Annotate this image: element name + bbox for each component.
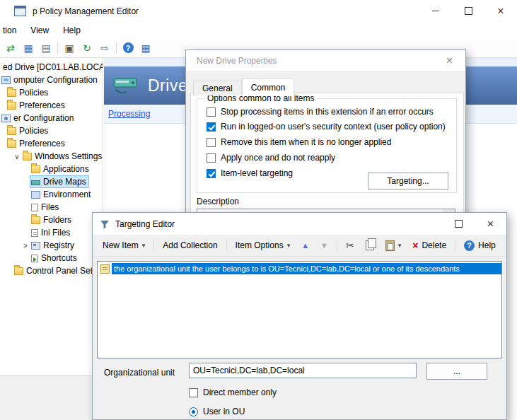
checkbox-checked-icon[interactable] [207,122,216,132]
option-label: Item-level targeting [221,168,293,178]
tab-general[interactable]: General [193,81,242,95]
print-icon[interactable]: ▣ [63,42,76,54]
registry-icon [31,242,40,250]
tree-item-ini-files[interactable]: Ini Files [0,226,103,239]
delete-label: Delete [422,240,446,250]
ini-icon [31,229,38,237]
export-icon[interactable]: ⇨ [98,42,111,54]
tree-item-label: Preferences [19,100,65,110]
tree-item-applications[interactable]: Applications [0,163,103,175]
targeting-close-button[interactable]: × [475,213,506,235]
refresh-icon[interactable]: ↻ [81,42,93,54]
menu-view[interactable]: View [23,25,56,35]
tree-item-label: Windows Settings [35,151,102,161]
table-view-icon[interactable]: ▦ [139,42,152,54]
tree-item-content: Folders [30,214,74,226]
funnel-icon [100,219,110,229]
direct-member-only-option[interactable]: Direct member only [189,387,277,397]
tree-item-label: Registry [43,240,74,250]
checkbox-unchecked-icon[interactable] [207,138,216,147]
targeting-toolbar: New Item ▾ Add Collection Item Options ▾… [93,235,506,257]
tree-item-environment[interactable]: Environment [0,188,103,201]
tree-item-shortcuts[interactable]: Shortcuts [0,252,103,264]
tree-item-label: Environment [43,189,91,199]
close-button[interactable]: × [484,0,517,22]
toolbar-separator [337,240,337,251]
option-run-in-user-context[interactable]: Run in logged-on user's security context… [207,121,446,132]
expand-icon[interactable]: > [21,242,30,250]
processing-link[interactable]: Processing [108,109,150,119]
option-remove-when-not-applied[interactable]: Remove this item when it is no longer ap… [207,136,391,148]
tree-item-preferences[interactable]: Preferences [0,137,103,150]
common-tab-page: Options common to all items Stop process… [190,93,464,224]
organizational-unit-input[interactable] [189,363,417,378]
toolbar-separator [57,42,58,54]
help-button[interactable]: ? Help [461,238,499,253]
cut-button[interactable]: ✂ [343,238,357,253]
targeting-button[interactable]: Targeting... [368,173,448,189]
browse-button[interactable]: ... [426,363,487,380]
add-collection-button[interactable]: Add Collection [160,238,220,252]
help-icon[interactable]: ? [122,42,134,54]
targeting-item-ou[interactable]: the organizational unit the user belongs… [98,262,501,275]
menu-help[interactable]: Help [56,25,88,35]
folder-icon [23,153,32,161]
tree-item-omputer-configuration[interactable]: omputer Configuration [0,74,103,86]
tree-item-drive-maps[interactable]: Drive Maps [0,175,103,188]
files-icon [31,204,38,211]
tree-item-content: Files [30,201,62,214]
scissors-icon: ✂ [346,240,354,251]
user-in-ou-option[interactable]: User in OU [189,407,245,416]
tree-item-content: Preferences [6,99,68,112]
props-title-text: New Drive Properties [197,56,277,66]
add-collection-label: Add Collection [163,240,217,250]
option-apply-once[interactable]: Apply once and do not reapply [207,152,335,163]
minimize-button[interactable] [419,0,452,22]
copy-icon [366,240,374,250]
tree-item-label: Drive Maps [43,177,86,187]
menu-action[interactable]: tion [0,25,23,35]
option-item-level-targeting[interactable]: Item-level targeting [207,168,293,179]
tree-item-files[interactable]: Files [0,201,103,214]
targeting-maximize-button[interactable] [443,213,475,235]
close-icon: × [446,54,453,67]
targeting-items-list[interactable]: the organizational unit the user belongs… [97,261,502,358]
window-title: p Policy Management Editor [33,6,139,16]
maximize-icon [465,7,472,15]
copy-button[interactable] [363,238,377,252]
checkbox-unchecked-icon[interactable] [207,153,216,163]
checkbox-unchecked-icon[interactable] [189,388,198,397]
tab-common[interactable]: Common [242,78,295,96]
radio-selected-icon[interactable] [189,407,198,416]
tree-item-folders[interactable]: Folders [0,214,103,226]
checkbox-checked-icon[interactable] [207,169,216,178]
clipboard-icon[interactable]: ▤ [40,42,52,54]
collapse-icon[interactable]: ∨ [13,153,21,161]
tree-item-registry[interactable]: >Registry [0,239,103,252]
move-up-button[interactable]: ▲ [298,239,312,252]
maximize-button[interactable] [452,0,484,22]
tree-item-windows-settings[interactable]: ∨Windows Settings [0,150,103,163]
tree-item-policies[interactable]: Policies [0,124,103,137]
delete-button[interactable]: × Delete [409,238,449,252]
tree-item-policies[interactable]: Policies [0,86,103,99]
tree-item-content: ed Drive [DC01.LAB.LOCA [1,61,103,74]
tree-item-label: Files [41,202,59,212]
tree-item-content: Registry [30,239,77,252]
paste-button[interactable]: ▾ [383,238,405,253]
console-window-icon[interactable]: ▦ [22,42,35,54]
option-stop-processing[interactable]: Stop processing items in this extension … [207,106,434,117]
tree-item-preferences[interactable]: Preferences [0,99,103,112]
tree-item-ed-drive-dc01-lab-loca[interactable]: ed Drive [DC01.LAB.LOCA [0,61,103,74]
tree-item-label: Policies [19,126,48,136]
move-down-button[interactable]: ▼ [318,239,331,252]
item-options-button[interactable]: Item Options ▾ [233,238,294,252]
new-item-button[interactable]: New Item ▾ [100,238,148,252]
tree-item-er-configuration[interactable]: er Configuration [0,112,103,124]
checkbox-unchecked-icon[interactable] [207,107,216,117]
tree-item-control-panel-sett[interactable]: Control Panel Sett [0,264,103,277]
navigate-icon[interactable]: ⇄ [4,42,17,54]
tree-item-content: Environment [30,188,93,201]
props-close-button[interactable]: × [434,50,465,71]
chevron-down-icon: ▾ [398,242,402,249]
